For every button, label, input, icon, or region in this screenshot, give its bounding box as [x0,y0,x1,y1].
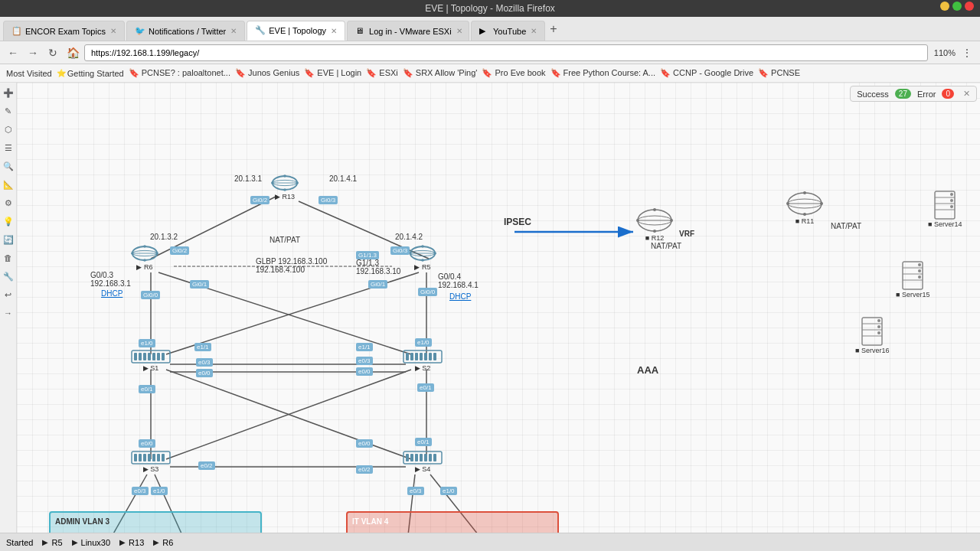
svg-rect-94 [139,454,142,461]
switch-svg-s4 [403,450,443,465]
new-tab-button[interactable]: + [550,22,557,36]
device-s2[interactable]: ▶ S2 [403,349,443,372]
notification-panel: Success 27 Error 0 ✕ [850,86,977,102]
tab-twitter[interactable]: 🐦 Notifications / Twitter ✕ [126,21,245,41]
tab-label-youtube: YouTube [493,27,526,36]
sidebar-icon-idea[interactable]: 💡 [2,214,15,228]
device-r5[interactable]: ▶ R5 [409,243,436,271]
sidebar-icon-refresh[interactable]: 🔄 [2,233,15,246]
svg-rect-87 [415,353,418,360]
server-svg-15 [901,260,924,291]
svg-point-25 [271,181,274,184]
sidebar-icon-network[interactable]: ⬡ [2,122,15,136]
device-r11[interactable]: ■ R11 [786,190,824,225]
svg-point-45 [653,230,656,233]
s3-e02-badge: e0/2 [198,461,215,470]
device-s3[interactable]: ▶ S3 [131,450,171,473]
router-svg-r13 [271,173,299,193]
device-server14[interactable]: ■ Server14 [928,190,962,228]
tab-close-eve[interactable]: ✕ [331,27,337,35]
s3-e10-badge: e1/0 [151,487,168,495]
tab-eve[interactable]: 🔧 EVE | Topology ✕ [247,21,345,41]
sidebar-icon-add[interactable]: ➕ [2,86,15,99]
home-button[interactable]: 🏠 [64,44,81,61]
tab-close-encor[interactable]: ✕ [110,27,116,35]
svg-point-44 [653,208,656,211]
status-play-linux30: ▶ [72,538,78,546]
tab-youtube[interactable]: ▶ YouTube ✕ [471,21,545,41]
device-r6[interactable]: ▶ R6 [131,243,158,271]
status-label-r13: R13 [129,538,144,547]
bookmark-pcnse2[interactable]: 🔖 PCNSE [758,68,800,78]
bookmark-python[interactable]: 🔖 Free Python Course: A... [550,68,656,78]
svg-rect-79 [143,353,146,360]
sidebar-icon-config[interactable]: 🔧 [2,269,15,283]
sidebar-icon-edit[interactable]: ✎ [2,104,15,118]
tab-icon-eve: 🔧 [255,25,266,36]
r6-dhcp: DHCP [101,289,122,298]
r12-label: ■ R12 [645,234,664,242]
menu-button[interactable]: ⋮ [959,44,975,61]
device-s1[interactable]: ▶ S1 [131,349,171,372]
bookmark-mostvisited[interactable]: Most Visited [6,69,52,78]
close-button[interactable] [965,2,974,11]
address-bar[interactable] [84,44,928,61]
tab-close-vmware[interactable]: ✕ [456,27,462,35]
r5-gi03-badge: Gi0/3 [390,246,410,255]
sidebar-icon-search[interactable]: 🔍 [2,159,15,173]
svg-rect-80 [148,353,151,360]
bookmark-esxi[interactable]: 🔖 ESXi [366,68,398,78]
browser-title: EVE | Topology - Mozilla Firefox [425,3,555,14]
device-server16[interactable]: ■ Server16 [855,316,889,354]
device-server15[interactable]: ■ Server15 [896,260,929,298]
tab-close-youtube[interactable]: ✕ [531,27,537,35]
s2-e03-badge: e0/3 [356,357,373,365]
device-r13[interactable]: ▶ R13 [271,173,299,201]
device-s4[interactable]: ▶ S4 [403,450,443,473]
notif-close-button[interactable]: ✕ [963,89,970,99]
bookmark-eve[interactable]: 🔖 EVE | Login [304,68,361,78]
svg-rect-93 [134,454,137,461]
tab-close-twitter[interactable]: ✕ [230,27,237,35]
notif-error-label: Error [917,90,936,99]
maximize-button[interactable] [952,2,962,11]
tab-icon-twitter: 🐦 [135,26,145,37]
svg-rect-86 [410,353,413,360]
svg-point-26 [296,181,299,184]
sidebar-icon-measure[interactable]: 📐 [2,178,15,191]
r5-gi01-badge: Gi0/1 [368,280,387,289]
router-svg-r5 [409,243,436,263]
sidebar-icon-settings[interactable]: ⚙ [2,196,15,210]
forward-button[interactable]: → [24,44,41,61]
svg-rect-96 [148,454,151,461]
bookmark-proeve[interactable]: 🔖 Pro Eve book [482,68,545,78]
tab-vmware[interactable]: 🖥 Log in - VMware ESXi ✕ [347,21,469,41]
reload-button[interactable]: ↻ [44,44,61,61]
bookmark-pcnse[interactable]: 🔖 PCNSE? : paloaltonet... [129,68,230,78]
device-r12[interactable]: ■ R12 [635,207,674,242]
sidebar-icon-list[interactable]: ☰ [2,141,15,155]
bookmark-ccnp[interactable]: 🔖 CCNP - Google Drive [660,68,753,78]
sidebar-icon-delete[interactable]: 🗑 [2,251,15,265]
minimize-button[interactable] [940,2,949,11]
r13-left-ip: 20.1.3.1 [234,174,262,183]
s1-e11-badge: e1/1 [194,343,211,351]
server-svg-16 [861,316,884,347]
browser-tabs: 📋 ENCOR Exam Topics ✕ 🐦 Notifications / … [0,17,980,41]
bookmark-srx[interactable]: 🔖 SRX Allow 'Ping' [403,68,478,78]
svg-point-23 [283,174,286,178]
canvas-area[interactable]: Success 27 Error 0 ✕ [17,83,980,533]
r5-gi00-badge: Gi0/0 [418,288,437,296]
sidebar-icon-arrow[interactable]: → [2,306,15,320]
sidebar-icon-undo[interactable]: ↩ [2,288,15,302]
svg-rect-83 [162,353,165,360]
svg-rect-104 [420,454,423,461]
bookmark-junos[interactable]: 🔖 Junos Genius [235,68,299,78]
s1-e01-badge: e0/1 [139,385,155,393]
svg-rect-103 [415,454,418,461]
tab-encor[interactable]: 📋 ENCOR Exam Topics ✕ [3,21,125,41]
bookmark-gettingstarted[interactable]: ⭐ Getting Started [57,69,124,78]
svg-point-31 [143,259,146,262]
tab-label-encor: ENCOR Exam Topics [25,27,106,36]
back-button[interactable]: ← [5,44,21,61]
